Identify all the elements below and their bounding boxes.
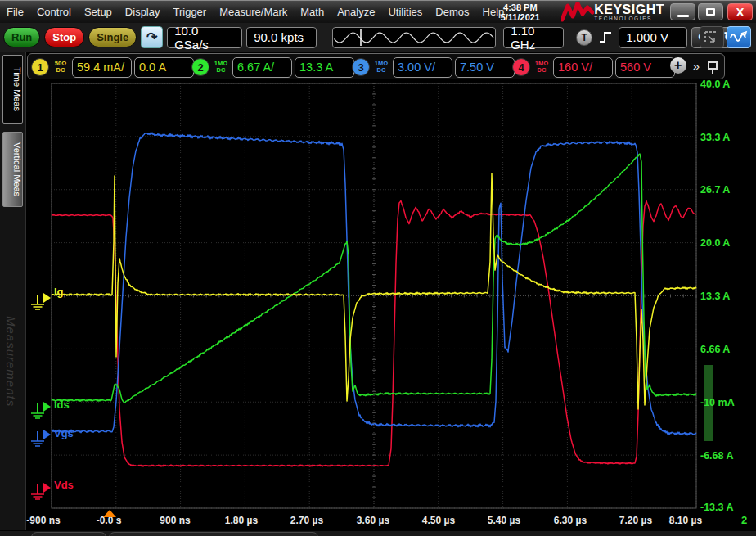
- channel-3-scale-field[interactable]: 3.00 V/: [393, 57, 452, 78]
- waveform-canvas: [26, 80, 756, 536]
- channel-3-button[interactable]: 3: [352, 58, 370, 76]
- x-tick-label: 900 ns: [160, 515, 190, 526]
- y-tick-label: 6.66 A: [700, 344, 730, 355]
- tab-vertical-meas[interactable]: Vertical Meas: [2, 132, 23, 207]
- menu-display[interactable]: Display: [119, 6, 167, 18]
- y-tick-label: 33.3 A: [700, 132, 730, 143]
- x-tick-label: 8.10 µs: [669, 515, 702, 526]
- touch-button[interactable]: ↷: [141, 26, 163, 48]
- channel-1-button[interactable]: 1: [31, 58, 49, 76]
- menu-utilities[interactable]: Utilities: [381, 6, 429, 18]
- channel-3-offset-field[interactable]: 7.50 V: [455, 57, 515, 78]
- clock: 4:38 PM 5/11/2021: [501, 2, 540, 22]
- minimize-button[interactable]: [670, 3, 695, 20]
- channel-2-button[interactable]: 2: [191, 58, 209, 76]
- measurement-sidebar: Time Meas Vertical Meas Measurements: [0, 52, 26, 536]
- sample-rate-field[interactable]: 10.0 GSa/s: [167, 27, 242, 48]
- y-tick-label: 20.0 A: [700, 237, 730, 249]
- menu-items: FileControlSetupDisplayTriggerMeasure/Ma…: [0, 6, 511, 18]
- run-button[interactable]: Run: [3, 27, 40, 47]
- ground-marker-icon[interactable]: [43, 293, 51, 303]
- maximize-button[interactable]: [698, 3, 723, 20]
- clock-date: 5/11/2021: [501, 12, 540, 22]
- menu-file[interactable]: File: [0, 6, 30, 18]
- y-tick-label: -6.68 A: [700, 450, 734, 462]
- channel-3-group: 31MΩDC3.00 V/7.50 V: [352, 56, 515, 78]
- trace-label-ig[interactable]: Ig: [54, 286, 64, 298]
- stop-button[interactable]: Stop: [44, 27, 84, 47]
- measurements-watermark: Measurements: [4, 316, 18, 407]
- channel-4-button[interactable]: 4: [512, 58, 530, 76]
- x-tick-label: 2.70 µs: [290, 515, 323, 526]
- menu-analyze[interactable]: Analyze: [331, 6, 381, 18]
- x-tick-label: 5.40 µs: [488, 515, 520, 526]
- ground-marker-icon[interactable]: [43, 430, 51, 439]
- menu-math[interactable]: Math: [294, 6, 331, 18]
- close-button[interactable]: X: [727, 3, 753, 20]
- x-tick-label: 1.80 µs: [225, 515, 258, 526]
- channel-3-coupling-badge[interactable]: 1MΩDC: [372, 61, 390, 74]
- tab-time-meas[interactable]: Time Meas: [2, 55, 23, 124]
- menu-setup[interactable]: Setup: [78, 6, 119, 18]
- close-icon: X: [736, 5, 744, 19]
- expand-channels-button[interactable]: »: [693, 59, 698, 73]
- add-channel-button[interactable]: +: [670, 57, 686, 74]
- channel-1-coupling-badge[interactable]: 50ΩDC: [52, 61, 70, 74]
- waveform-preview[interactable]: [332, 27, 496, 48]
- maximize-icon: [706, 8, 715, 16]
- y-tick-label: -13.3 A: [700, 502, 734, 513]
- channel-4-offset-field[interactable]: 560 V: [615, 57, 675, 78]
- results-bar-clipped: [0, 530, 756, 536]
- menu-trigger[interactable]: Trigger: [166, 6, 213, 18]
- waveform-tools-button[interactable]: [727, 26, 751, 48]
- channel-4-group: 41MΩDC160 V/560 V: [512, 56, 675, 78]
- zone-select-button[interactable]: [700, 26, 724, 48]
- channel-4-scale-field[interactable]: 160 V/: [553, 57, 613, 78]
- menu-demos[interactable]: Demos: [429, 6, 475, 18]
- results-bar-fragment: [109, 532, 318, 536]
- dashed-region-icon: [704, 30, 720, 45]
- ground-marker-icon[interactable]: [43, 402, 51, 412]
- channel-2-group: 21MΩDC6.67 A/13.3 A: [191, 56, 354, 78]
- ground-marker-icon[interactable]: [43, 483, 51, 493]
- memory-depth-field[interactable]: 90.0 kpts: [246, 27, 317, 48]
- trace-label-ids[interactable]: Ids: [54, 399, 70, 411]
- x-tick-label: 6.30 µs: [554, 515, 587, 526]
- channel-1-offset-field[interactable]: 0.0 A: [134, 57, 194, 78]
- y-tick-label: 26.7 A: [700, 184, 730, 196]
- minimize-icon: [677, 15, 689, 17]
- scope-display[interactable]: 40.0 A33.3 A26.7 A20.0 A13.3 A6.66 A-10 …: [26, 80, 756, 536]
- channel-4-coupling-badge[interactable]: 1MΩDC: [533, 61, 551, 74]
- channel-2-coupling-badge[interactable]: 1MΩDC: [212, 61, 230, 74]
- channel-bar: 150ΩDC59.4 mA/0.0 A21MΩDC6.67 A/13.3 A31…: [27, 53, 725, 79]
- channel-2-scale-field[interactable]: 6.67 A/: [232, 57, 292, 78]
- trigger-time-marker-icon[interactable]: [103, 510, 116, 517]
- single-button[interactable]: Single: [88, 27, 137, 47]
- waveform-cursor-icon: [730, 30, 748, 45]
- y-tick-label: 40.0 A: [700, 79, 730, 90]
- x-tick-label: -900 ns: [26, 515, 60, 526]
- trigger-indicator[interactable]: T: [576, 29, 592, 46]
- oscilloscope-app: { "window": { "time": "4:38 PM", "date":…: [0, 0, 756, 536]
- channel-1-group: 150ΩDC59.4 mA/0.0 A: [31, 56, 194, 78]
- bandwidth-field[interactable]: 1.10 GHz: [503, 27, 564, 48]
- waveform-preview-icon: [333, 28, 495, 47]
- pin-icon[interactable]: [708, 61, 718, 70]
- menu-bar: FileControlSetupDisplayTriggerMeasure/Ma…: [0, 0, 756, 23]
- channel-bar-extras: + »: [670, 57, 718, 74]
- axis-channel-indicator: 2: [741, 514, 747, 526]
- trace-label-vds[interactable]: Vds: [54, 479, 74, 491]
- channel-2-offset-field[interactable]: 13.3 A: [295, 57, 354, 78]
- trace-vgs: [52, 133, 696, 435]
- menu-measure-mark[interactable]: Measure/Mark: [213, 6, 294, 18]
- x-tick-label: 4.50 µs: [422, 515, 455, 526]
- display-mode-buttons: [700, 26, 751, 48]
- channel-1-scale-field[interactable]: 59.4 mA/: [72, 57, 132, 78]
- rising-edge-icon: [598, 29, 613, 46]
- menu-control[interactable]: Control: [30, 6, 78, 18]
- trace-ids: [52, 154, 696, 403]
- results-bar-fragment: [31, 532, 106, 536]
- acquisition-toolbar: Run Stop Single ↷ 10.0 GSa/s 90.0 kpts 1…: [0, 23, 756, 52]
- trace-label-vgs[interactable]: Vgs: [54, 427, 74, 439]
- trigger-level-field[interactable]: 1.000 V: [619, 27, 687, 48]
